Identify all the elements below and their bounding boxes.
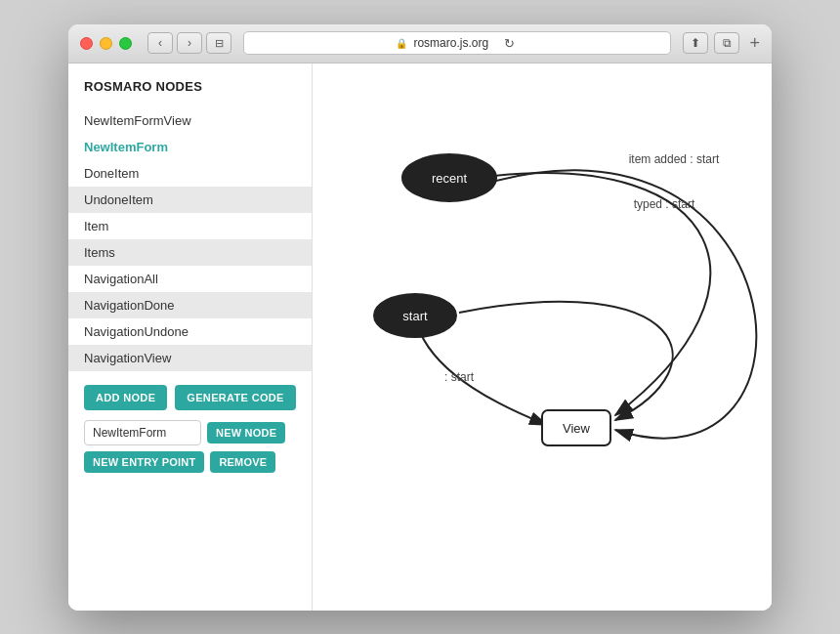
- sidebar-item-newitemformview[interactable]: NewItemFormView: [68, 107, 312, 134]
- lock-icon: 🔒: [396, 38, 407, 49]
- svg-text:item added : start: item added : start: [629, 152, 720, 166]
- close-button[interactable]: [80, 37, 93, 50]
- sidebar-toggle-button[interactable]: ⊟: [206, 32, 231, 54]
- reload-button[interactable]: ↻: [500, 36, 519, 51]
- svg-text:View: View: [563, 421, 591, 436]
- sidebar-item-newitemform[interactable]: NewItemForm: [68, 134, 312, 160]
- generate-code-button[interactable]: GENERATE CODE: [175, 385, 295, 410]
- sidebar-item-items[interactable]: Items: [68, 239, 312, 266]
- tabs-button[interactable]: ⧉: [714, 32, 739, 54]
- diagram-area: recent start View item added : start typ…: [313, 63, 772, 611]
- url-bar[interactable]: 🔒 rosmaro.js.org ↻: [243, 31, 671, 55]
- svg-text:start: start: [402, 309, 428, 323]
- new-node-button[interactable]: NEW NODE: [207, 422, 285, 444]
- svg-text:typed : start: typed : start: [634, 197, 695, 211]
- add-tab-button[interactable]: +: [749, 33, 760, 54]
- browser-window: ‹ › ⊟ 🔒 rosmaro.js.org ↻ ⬆ ⧉ + ROSM: [68, 24, 772, 611]
- new-entry-point-button[interactable]: NEW ENTRY POINT: [84, 451, 204, 473]
- sidebar-item-navigationdone[interactable]: NavigationDone: [68, 292, 312, 318]
- sidebar-item-doneitem[interactable]: DoneItem: [68, 160, 312, 187]
- svg-text:: start: : start: [444, 370, 475, 384]
- traffic-lights: [80, 37, 132, 50]
- sidebar-title: ROSMARO NODES: [68, 79, 312, 107]
- nav-buttons: ‹ ›: [147, 32, 202, 54]
- content-area: ROSMARO NODES NewItemFormView NewItemFor…: [68, 63, 772, 611]
- share-icon: ⬆: [691, 36, 700, 50]
- sidebar-item-navigationview[interactable]: NavigationView: [68, 345, 312, 371]
- sidebar-item-undoneitem[interactable]: UndoneItem: [68, 187, 312, 213]
- titlebar: ‹ › ⊟ 🔒 rosmaro.js.org ↻ ⬆ ⧉ +: [68, 24, 772, 63]
- titlebar-right: ⬆ ⧉ +: [683, 32, 760, 54]
- forward-button[interactable]: ›: [177, 32, 202, 54]
- sidebar-action-buttons: ADD NODE GENERATE CODE: [68, 385, 312, 410]
- node-name-input[interactable]: [84, 420, 201, 445]
- share-button[interactable]: ⬆: [683, 32, 708, 54]
- back-button[interactable]: ‹: [147, 32, 173, 54]
- maximize-button[interactable]: [119, 37, 132, 50]
- svg-text:recent: recent: [432, 171, 468, 186]
- minimize-button[interactable]: [100, 37, 112, 50]
- add-node-button[interactable]: ADD NODE: [84, 385, 167, 410]
- remove-button[interactable]: REMOVE: [210, 451, 275, 473]
- sidebar-item-item[interactable]: Item: [68, 213, 312, 239]
- sidebar: ROSMARO NODES NewItemFormView NewItemFor…: [68, 63, 313, 611]
- tabs-icon: ⧉: [723, 36, 732, 50]
- sidebar-item-navigationall[interactable]: NavigationAll: [68, 266, 312, 292]
- sidebar-item-navigationundone[interactable]: NavigationUndone: [68, 318, 312, 345]
- sidebar-input-row: NEW NODE NEW ENTRY POINT REMOVE: [68, 420, 312, 473]
- url-text: rosmaro.js.org: [413, 36, 488, 50]
